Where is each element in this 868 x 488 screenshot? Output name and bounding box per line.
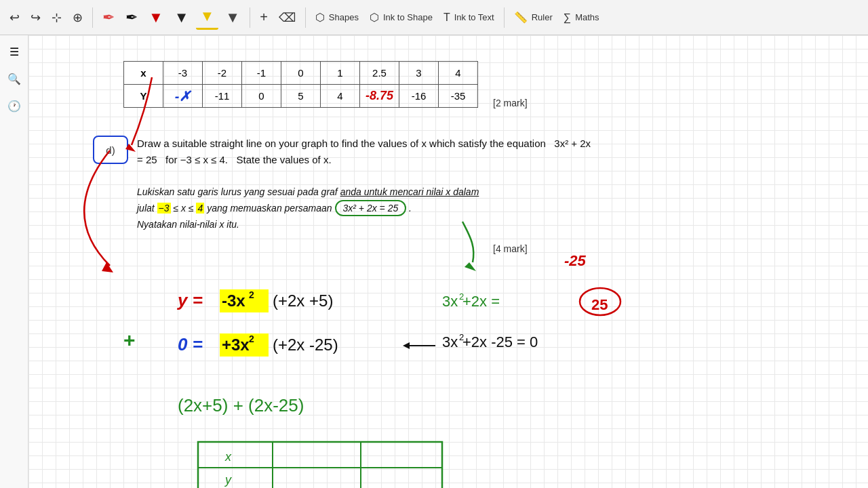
pen-dark-icon: ▼ (174, 9, 189, 26)
svg-text:2: 2 (249, 333, 254, 344)
ink-to-shape-button[interactable]: ⬡ Ink to Shape (366, 5, 437, 30)
pen-outline-icon: ▼ (225, 9, 240, 26)
mark-label-2: [4 mark] (493, 243, 528, 254)
add-icon: + (260, 9, 268, 25)
undo-icon: ↩ (9, 10, 20, 25)
svg-text:3x: 3x (442, 333, 458, 350)
pen-yellow-button[interactable]: ▼ (196, 5, 219, 30)
redo-icon: ↪ (31, 10, 41, 25)
question-text-ms-1: Lukiskan satu garis lurus yang sesuai pa… (137, 184, 598, 201)
table-cell-x-2p5: 2.5 (360, 62, 399, 85)
sidebar-nav-button[interactable]: ☰ (3, 41, 25, 62)
history-icon: 🕐 (7, 100, 21, 113)
eraser-button[interactable]: ⌫ (275, 5, 300, 30)
mark-label-1: [2 mark] (493, 98, 528, 108)
maths-label: Maths (575, 12, 599, 22)
pen-red-button[interactable]: ▼ (144, 5, 167, 30)
table-cell-x-1: 1 (321, 62, 360, 85)
question-label: d) (93, 136, 128, 164)
pen-red-icon: ▼ (149, 9, 163, 26)
ink-to-text-label: Ink to Text (454, 12, 494, 22)
svg-text:2: 2 (459, 291, 464, 302)
svg-point-3 (580, 288, 620, 315)
undo-button[interactable]: ↩ (5, 5, 24, 30)
pen-dark-button[interactable]: ▼ (170, 5, 193, 30)
question-text-ms-2: julat −3 ≤ x ≤ 4 yang memuaskan persamaa… (137, 201, 598, 217)
table-cell-x-0: 0 (281, 62, 321, 85)
ruler-icon: 📏 (514, 11, 528, 24)
maths-icon: ∑ (564, 12, 571, 24)
question-label-text: d) (106, 144, 115, 156)
nav-icon: ☰ (9, 45, 19, 58)
table-cell-x-neg2: -2 (203, 62, 242, 85)
ruler-button[interactable]: 📏 Ruler (510, 5, 557, 30)
table-cell-y-neg2: -11 (203, 85, 242, 108)
svg-rect-12 (220, 333, 269, 357)
lasso-icon: ⊹ (52, 10, 62, 25)
table-cell-x-neg3: -3 (163, 62, 203, 85)
pen-yellow-icon: ▼ (200, 7, 215, 25)
transform-icon: ⊕ (73, 10, 83, 25)
svg-text:+3x: +3x (222, 336, 250, 354)
table-header-x: x (124, 62, 163, 85)
ruler-label: Ruler (532, 12, 553, 22)
question-text-ms-3: Nyatakan nilai-nilai x itu. (137, 217, 598, 233)
shapes-label: Shapes (329, 12, 359, 22)
question-text-en: Draw a suitable straight line on your gr… (137, 136, 598, 168)
content-layer: x -3 -2 -1 0 1 2.5 3 4 Y -✗ -11 0 5 4 (28, 35, 868, 488)
data-table: x -3 -2 -1 0 1 2.5 3 4 Y -✗ -11 0 5 4 (123, 61, 478, 108)
svg-text:-25: -25 (564, 252, 587, 269)
eraser-icon: ⌫ (279, 10, 296, 25)
separator-2 (250, 7, 250, 28)
pen-black-icon: ✒ (125, 9, 138, 26)
svg-text:+: + (123, 329, 136, 351)
table-cell-y-0: 5 (281, 85, 321, 108)
svg-text:-3x: -3x (222, 291, 245, 310)
pen-black-button[interactable]: ✒ (121, 5, 142, 30)
svg-text:3x: 3x (442, 293, 458, 310)
svg-text:0 =: 0 = (178, 334, 203, 354)
svg-text:2: 2 (249, 289, 254, 300)
ink-to-text-button[interactable]: T Ink to Text (439, 5, 498, 30)
svg-text:x: x (224, 450, 232, 464)
search-icon: 🔍 (7, 73, 21, 85)
pen-outline-button[interactable]: ▼ (221, 5, 244, 30)
svg-text:(+2x +5): (+2x +5) (273, 291, 333, 310)
svg-marker-0 (102, 262, 113, 272)
lasso-button[interactable]: ⊹ (47, 5, 66, 30)
question-text: Draw a suitable straight line on your gr… (137, 136, 598, 232)
svg-text:+2x -25 = 0: +2x -25 = 0 (462, 333, 538, 350)
table-header-y: Y (124, 85, 163, 108)
svg-text:+2x =: +2x = (462, 293, 500, 310)
pen-pink-button[interactable]: ✒ (98, 5, 119, 30)
table-cell-y-4: -35 (439, 85, 478, 108)
table-cell-x-neg1: -1 (242, 62, 281, 85)
table-cell-x-4: 4 (439, 62, 478, 85)
svg-marker-4 (465, 262, 476, 271)
sidebar-search-button[interactable]: 🔍 (3, 68, 25, 89)
toolbar: ↩ ↪ ⊹ ⊕ ✒ ✒ ▼ ▼ ▼ ▼ + ⌫ ⬡ Shapes ⬡ Ink t… (0, 0, 868, 35)
separator-4 (504, 7, 505, 28)
table-cell-y-neg3: -✗ (163, 85, 203, 108)
table-cell-y-neg1: 0 (242, 85, 281, 108)
sidebar: ☰ 🔍 🕐 (0, 35, 28, 488)
separator-3 (305, 7, 306, 28)
svg-text:25: 25 (591, 296, 608, 313)
table-cell-x-3: 3 (399, 62, 439, 85)
ink-to-shape-label: Ink to Shape (383, 12, 433, 22)
svg-text:y: y (224, 473, 232, 487)
add-button[interactable]: + (256, 5, 272, 30)
table-cell-y-2p5: -8.75 (360, 85, 399, 108)
ink-shape-icon: ⬡ (370, 11, 379, 24)
table-cell-y-3: -16 (399, 85, 439, 108)
main-area: ☰ 🔍 🕐 x -3 -2 -1 0 1 2.5 3 (0, 35, 868, 488)
shapes-button[interactable]: ⬡ Shapes (311, 5, 363, 30)
transform-button[interactable]: ⊕ (68, 5, 87, 30)
svg-text:y =: y = (176, 290, 203, 310)
maths-button[interactable]: ∑ Maths (559, 5, 604, 30)
sidebar-history-button[interactable]: 🕐 (3, 95, 25, 117)
redo-button[interactable]: ↪ (26, 5, 45, 30)
svg-rect-6 (220, 289, 269, 312)
document-area[interactable]: x -3 -2 -1 0 1 2.5 3 4 Y -✗ -11 0 5 4 (28, 35, 868, 488)
table-cell-y-1: 4 (321, 85, 360, 108)
